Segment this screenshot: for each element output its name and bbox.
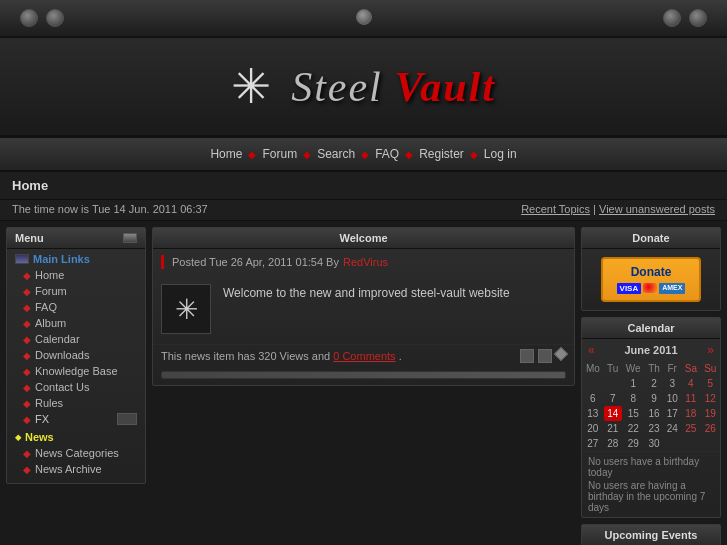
sidebar-item-contact[interactable]: ◆ Contact Us xyxy=(7,379,145,395)
sidebar-item-rules[interactable]: ◆ Rules xyxy=(7,395,145,411)
cal-cell[interactable]: 2 xyxy=(645,376,664,391)
cal-cell[interactable]: 15 xyxy=(622,406,645,421)
cal-cell[interactable] xyxy=(604,376,622,391)
cal-cell[interactable]: 4 xyxy=(681,376,700,391)
calendar-header: Calendar xyxy=(582,318,720,339)
nav-login[interactable]: Log in xyxy=(484,147,517,161)
donate-header: Donate xyxy=(582,228,720,249)
sidebar-item-calendar[interactable]: ◆ Calendar xyxy=(7,331,145,347)
cal-cell[interactable]: 13 xyxy=(582,406,604,421)
sidebar-label: News Categories xyxy=(35,447,119,459)
paypal-label: Donate xyxy=(631,265,672,279)
cal-cell[interactable]: 19 xyxy=(701,406,720,421)
cal-cell[interactable]: 5 xyxy=(701,376,720,391)
screw-icon xyxy=(20,9,38,27)
screw-icon xyxy=(689,9,707,27)
cal-cell[interactable]: 23 xyxy=(645,421,664,436)
cal-prev-btn[interactable]: « xyxy=(588,343,595,357)
sidebar-label: Home xyxy=(35,269,64,281)
logo-steel: Steel xyxy=(291,63,383,111)
cal-cell[interactable]: 30 xyxy=(645,436,664,451)
cal-cell[interactable]: 3 xyxy=(663,376,681,391)
cal-cell[interactable]: 18 xyxy=(681,406,700,421)
cal-week-2: 6 7 8 9 10 11 12 xyxy=(582,391,720,406)
cal-cell[interactable]: 28 xyxy=(604,436,622,451)
email-icon[interactable] xyxy=(538,349,552,363)
screw-decorations xyxy=(0,9,727,27)
bullet-icon: ◆ xyxy=(23,270,31,281)
logo-text: Steel Vault xyxy=(291,63,496,111)
cal-cell[interactable]: 25 xyxy=(681,421,700,436)
sidebar-item-downloads[interactable]: ◆ Downloads xyxy=(7,347,145,363)
sidebar-label: FX xyxy=(35,413,49,425)
sidebar-item-news-archive[interactable]: ◆ News Archive xyxy=(7,461,145,477)
cal-cell[interactable]: 11 xyxy=(681,391,700,406)
amex-icon: AMEX xyxy=(659,283,685,294)
cal-cell[interactable]: 1 xyxy=(622,376,645,391)
nav-search[interactable]: Search xyxy=(317,147,355,161)
cal-day-tu: Tu xyxy=(604,361,622,376)
cal-month-year: June 2011 xyxy=(624,344,677,356)
cal-cell[interactable]: 10 xyxy=(663,391,681,406)
sidebar-item-faq[interactable]: ◆ FAQ xyxy=(7,299,145,315)
calendar-nav: « June 2011 » xyxy=(582,339,720,361)
nav-home[interactable]: Home xyxy=(210,147,242,161)
menu-title: Menu xyxy=(15,232,44,244)
nav-faq[interactable]: FAQ xyxy=(375,147,399,161)
birthday-info: No users have a birthday today No users … xyxy=(582,451,720,517)
cal-cell[interactable]: 9 xyxy=(645,391,664,406)
paypal-donate-button[interactable]: Donate VISA AMEX xyxy=(601,257,702,302)
donate-block: Donate Donate VISA AMEX xyxy=(581,227,721,311)
main-layout: Menu Main Links ◆ Home ◆ Forum ◆ FAQ ◆ A xyxy=(0,221,727,545)
post-author[interactable]: RedVirus xyxy=(343,256,388,268)
cal-cell[interactable]: 7 xyxy=(604,391,622,406)
sidebar-item-home[interactable]: ◆ Home xyxy=(7,267,145,283)
recent-topics-link[interactable]: Recent Topics xyxy=(521,203,590,215)
cal-cell[interactable]: 6 xyxy=(582,391,604,406)
sidebar-item-news-categories[interactable]: ◆ News Categories xyxy=(7,445,145,461)
nav-register[interactable]: Register xyxy=(419,147,464,161)
sidebar-item-album[interactable]: ◆ Album xyxy=(7,315,145,331)
post-action-icons xyxy=(520,349,566,363)
cal-cell[interactable]: 8 xyxy=(622,391,645,406)
sidebar-label: Knowledge Base xyxy=(35,365,118,377)
share-icon[interactable] xyxy=(554,347,568,361)
cal-cell[interactable] xyxy=(582,376,604,391)
sidebar-label: Rules xyxy=(35,397,63,409)
cal-cell[interactable]: 21 xyxy=(604,421,622,436)
post-content: Welcome to the new and improved steel-va… xyxy=(223,284,510,302)
cal-cell[interactable]: 26 xyxy=(701,421,720,436)
page-title: Home xyxy=(12,178,48,193)
cal-today-cell[interactable]: 14 xyxy=(604,406,622,421)
cal-cell[interactable] xyxy=(663,436,681,451)
cal-cell[interactable]: 20 xyxy=(582,421,604,436)
cal-day-su: Su xyxy=(701,361,720,376)
sidebar-label: Contact Us xyxy=(35,381,89,393)
calendar-block: Calendar « June 2011 » Mo Tu We Th Fr Sa… xyxy=(581,317,721,518)
bullet-icon: ◆ xyxy=(23,414,31,425)
time-display: The time now is Tue 14 Jun. 2011 06:37 xyxy=(12,203,208,215)
sidebar-label: Album xyxy=(35,317,66,329)
cal-day-sa: Sa xyxy=(681,361,700,376)
nav-forum[interactable]: Forum xyxy=(262,147,297,161)
comments-link[interactable]: 0 Comments xyxy=(333,350,395,362)
cal-cell[interactable]: 16 xyxy=(645,406,664,421)
recent-links: Recent Topics | View unanswered posts xyxy=(521,203,715,215)
print-icon[interactable] xyxy=(520,349,534,363)
menu-collapse-icon[interactable] xyxy=(123,233,137,243)
sidebar-item-fx[interactable]: ◆ FX xyxy=(7,411,145,427)
cal-cell[interactable]: 22 xyxy=(622,421,645,436)
left-sidebar: Menu Main Links ◆ Home ◆ Forum ◆ FAQ ◆ A xyxy=(6,227,146,545)
sidebar-item-forum[interactable]: ◆ Forum xyxy=(7,283,145,299)
cal-cell[interactable]: 24 xyxy=(663,421,681,436)
cal-cell[interactable]: 29 xyxy=(622,436,645,451)
sidebar-item-knowledge[interactable]: ◆ Knowledge Base xyxy=(7,363,145,379)
cal-cell[interactable]: 27 xyxy=(582,436,604,451)
bullet-icon: ◆ xyxy=(23,334,31,345)
cal-cell[interactable]: 12 xyxy=(701,391,720,406)
cal-day-mo: Mo xyxy=(582,361,604,376)
cal-cell[interactable]: 17 xyxy=(663,406,681,421)
cal-next-btn[interactable]: » xyxy=(707,343,714,357)
unanswered-posts-link[interactable]: View unanswered posts xyxy=(599,203,715,215)
post-body: ✳ Welcome to the new and improved steel-… xyxy=(153,274,574,344)
